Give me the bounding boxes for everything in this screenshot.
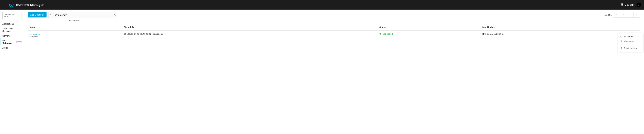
svg-rect-1 [622, 4, 623, 5]
sidebar-item-label: Alerts [2, 47, 8, 49]
sidebar-item-servers[interactable]: Servers [0, 33, 24, 38]
status-filter-dropdown[interactable]: Any status [68, 19, 80, 22]
column-target-id-header[interactable]: Target ID [122, 24, 378, 31]
pagination-last-button[interactable]: » [634, 12, 640, 18]
sidebar-item-applications[interactable]: Applications [0, 21, 24, 26]
view-apis-label: View APIs [624, 35, 634, 38]
sidebar-item-alerts[interactable]: Alerts [0, 45, 24, 50]
pagination: 1-1 of 1 « ‹ › » [604, 12, 640, 18]
pagination-next-button[interactable]: › [627, 12, 634, 18]
gateway-replicas: 5 replicas [30, 36, 120, 38]
toolbar: Add Gateway ✕ Any status [28, 12, 640, 22]
sidebar-item-label: Tokenization Services [2, 27, 22, 32]
app-title: Runtime Manager [16, 3, 44, 7]
menu-divider [618, 45, 643, 45]
pagination-prev-button[interactable]: ‹ [620, 12, 627, 18]
org-icon [621, 3, 624, 6]
menu-toggle[interactable] [3, 3, 6, 6]
search-wrapper: ✕ [48, 12, 117, 18]
sidebar-item-tokenization[interactable]: Tokenization Services [0, 26, 24, 33]
svg-line-6 [52, 15, 52, 15]
gateway-target-id: 5519d663-9608-4e8f-83cf-e27e989caea6 [122, 31, 378, 40]
trash-icon [620, 47, 622, 49]
status-dot-icon [380, 33, 381, 35]
chevron-down-icon [78, 19, 80, 22]
add-gateway-button[interactable]: Add Gateway [28, 12, 46, 17]
sidebar-item-label: Servers [2, 35, 10, 37]
table-row[interactable]: my-gateway 5 replicas 5519d663-9608-4e8f… [28, 31, 640, 40]
sidebar-item-label: Flex Gateways [2, 39, 16, 44]
search-icon [50, 13, 52, 16]
new-badge: NEW [16, 41, 22, 43]
column-name-header[interactable]: Name [28, 24, 122, 31]
view-logs-action[interactable]: View Logs [618, 39, 643, 44]
delete-gateway-action[interactable]: Delete gateway [618, 46, 643, 51]
view-logs-label: View Logs [624, 40, 634, 43]
main-content: Add Gateway ✕ Any status [24, 9, 644, 134]
column-status-header[interactable]: Status [378, 24, 480, 31]
svg-point-5 [50, 14, 52, 15]
svg-rect-16 [621, 48, 622, 49]
row-action-menu: View APIs View Logs Delete gateway [618, 33, 644, 52]
environment-selector[interactable]: SANDBOX-DUKE [2, 12, 22, 19]
app-logo-icon [9, 3, 14, 7]
pagination-range: 1-1 of 1 [604, 14, 612, 16]
column-last-updated-header[interactable]: Last Updated [480, 24, 640, 31]
app-header: Runtime Manager MuleSoft ? [0, 0, 644, 9]
sidebar: SANDBOX-DUKE Applications Tokenization S… [0, 9, 24, 134]
gateway-name-link[interactable]: my-gateway [30, 33, 120, 35]
org-name[interactable]: MuleSoft [625, 3, 634, 6]
gateway-last-updated: Thu, 16 Mar 2023 20:37: [480, 31, 640, 40]
status-filter-label: Any status [68, 19, 78, 22]
help-button[interactable]: ? [636, 2, 641, 7]
gateways-table: Name Target ID Status Last Updated my-ga… [28, 24, 640, 40]
clear-search-icon[interactable]: ✕ [114, 13, 116, 17]
logs-icon [620, 40, 622, 43]
sidebar-item-label: Applications [2, 23, 14, 25]
sidebar-item-flex-gateways[interactable]: Flex Gateways NEW [0, 38, 24, 45]
gateway-status: Connected [382, 33, 393, 35]
search-input[interactable] [48, 12, 117, 18]
pagination-first-button[interactable]: « [613, 12, 620, 18]
delete-gateway-label: Delete gateway [624, 47, 638, 49]
api-icon [620, 35, 622, 38]
view-apis-action[interactable]: View APIs [618, 34, 643, 39]
